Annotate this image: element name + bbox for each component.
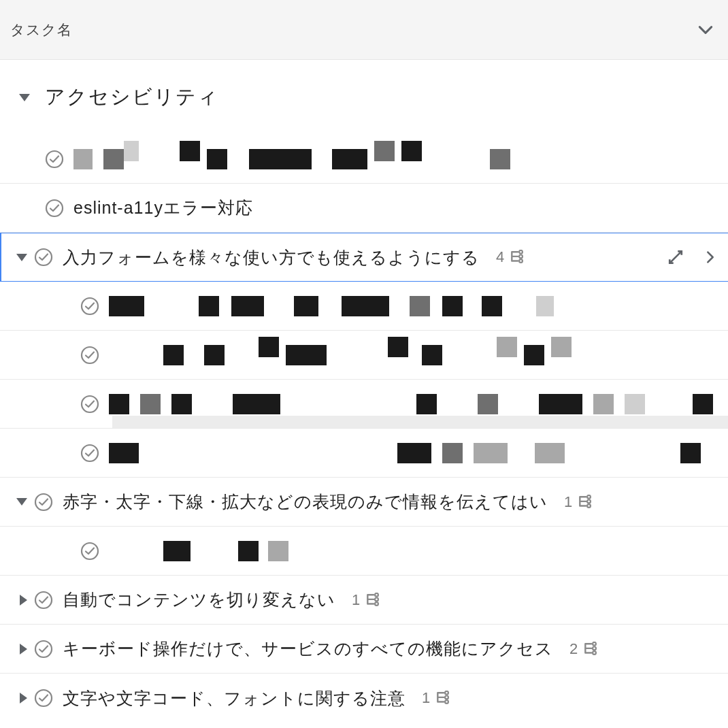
task-title-redacted xyxy=(109,394,713,414)
chevron-right-icon[interactable] xyxy=(703,250,718,265)
expand-toggle[interactable] xyxy=(0,595,30,606)
subtask-count[interactable]: 2 xyxy=(569,640,599,658)
task-row[interactable]: 赤字・太字・下線・拡大などの表現のみで情報を伝えてはい 1 xyxy=(0,478,728,527)
subtask-count-number: 1 xyxy=(564,493,572,511)
task-title-redacted xyxy=(73,149,510,169)
complete-toggle[interactable] xyxy=(80,346,99,365)
task-row[interactable] xyxy=(0,429,728,478)
subtask-count[interactable]: 1 xyxy=(564,493,594,511)
task-title: 赤字・太字・下線・拡大などの表現のみで情報を伝えてはい xyxy=(63,491,548,513)
task-row[interactable] xyxy=(0,282,728,331)
task-title-redacted xyxy=(109,443,701,463)
complete-toggle[interactable] xyxy=(34,689,53,708)
column-title: タスク名 xyxy=(10,20,72,39)
collapse-toggle[interactable] xyxy=(0,498,30,506)
subtask-count[interactable]: 1 xyxy=(352,591,382,609)
collapse-toggle[interactable] xyxy=(16,94,33,101)
complete-toggle[interactable] xyxy=(80,444,99,463)
task-title-redacted xyxy=(109,345,572,365)
complete-toggle[interactable] xyxy=(34,591,53,610)
task-title: 自動でコンテンツを切り変えない xyxy=(63,589,335,611)
task-row[interactable] xyxy=(0,135,728,184)
expand-toggle[interactable] xyxy=(0,693,30,704)
complete-toggle[interactable] xyxy=(45,199,64,218)
task-title: キーボード操作だけで、サービスのすべての機能にアクセス xyxy=(63,638,553,660)
complete-toggle[interactable] xyxy=(80,542,99,561)
task-title: 入力フォームを様々な使い方でも使えるようにする xyxy=(63,246,480,269)
task-row[interactable] xyxy=(0,380,728,429)
section-header[interactable]: アクセシビリティ xyxy=(0,60,728,135)
task-row[interactable]: 入力フォームを様々な使い方でも使えるようにする 4 xyxy=(0,233,728,282)
column-header[interactable]: タスク名 xyxy=(0,0,728,60)
horizontal-scrollbar[interactable] xyxy=(112,416,728,428)
complete-toggle[interactable] xyxy=(34,640,53,659)
task-title: 文字や文字コード、フォントに関する注意 xyxy=(63,687,406,710)
complete-toggle[interactable] xyxy=(34,493,53,512)
subtask-count-number: 1 xyxy=(422,689,430,707)
subtask-count-number: 1 xyxy=(352,591,360,609)
subtask-count-number: 4 xyxy=(496,248,504,266)
move-icon[interactable] xyxy=(667,249,684,265)
task-row[interactable] xyxy=(0,527,728,576)
collapse-toggle[interactable] xyxy=(0,254,30,261)
section-title: アクセシビリティ xyxy=(45,84,219,111)
task-row[interactable]: 文字や文字コード、フォントに関する注意 1 xyxy=(0,674,728,723)
subtask-count-number: 2 xyxy=(569,640,578,658)
task-row[interactable]: 自動でコンテンツを切り変えない 1 xyxy=(0,576,728,625)
subtask-count[interactable]: 4 xyxy=(496,248,526,266)
task-row[interactable]: eslint-a11yエラー対応 xyxy=(0,184,728,233)
task-title-redacted xyxy=(109,541,288,561)
task-title-redacted xyxy=(109,296,554,316)
task-row[interactable]: キーボード操作だけで、サービスのすべての機能にアクセス 2 xyxy=(0,625,728,674)
expand-toggle[interactable] xyxy=(0,644,30,655)
chevron-down-icon[interactable] xyxy=(697,21,714,39)
task-row[interactable] xyxy=(0,331,728,380)
complete-toggle[interactable] xyxy=(45,150,64,169)
subtask-count[interactable]: 1 xyxy=(422,689,452,707)
task-title: eslint-a11yエラー対応 xyxy=(73,197,253,219)
complete-toggle[interactable] xyxy=(80,297,99,316)
complete-toggle[interactable] xyxy=(80,395,99,414)
complete-toggle[interactable] xyxy=(34,248,53,267)
